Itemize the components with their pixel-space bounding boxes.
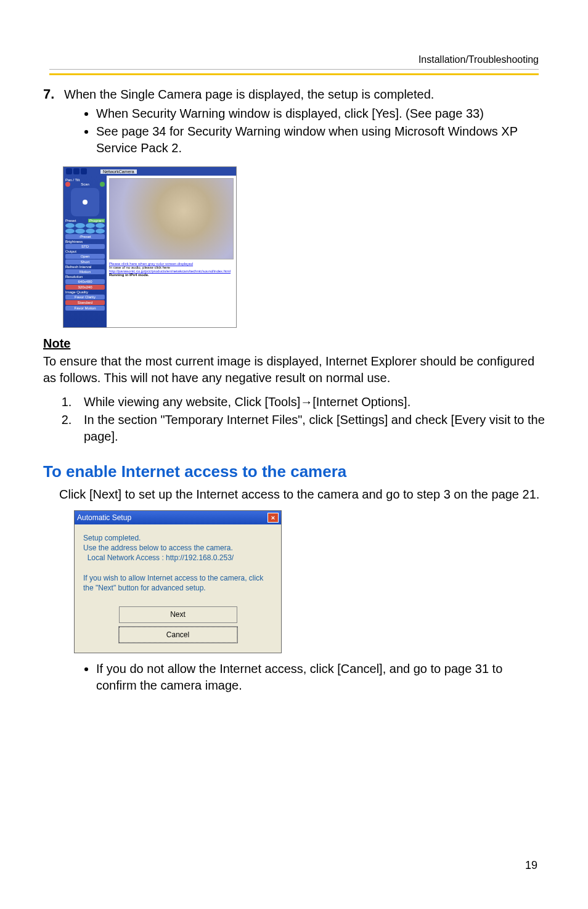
- audio-icon: [81, 168, 87, 174]
- motion-quality-button: Favor Motion: [65, 306, 105, 311]
- section-body: Click [Next] to set up the Internet acce…: [59, 486, 545, 503]
- note-body: To ensure that the most current image is…: [43, 353, 545, 386]
- camera-preview-image: [109, 178, 234, 259]
- std-button: STD: [65, 244, 105, 249]
- program-label: Program: [88, 219, 105, 222]
- short-button: Short: [65, 259, 105, 264]
- section-heading: To enable Internet access to the camera: [43, 462, 545, 481]
- step-bullet: When Security Warning window is displaye…: [96, 105, 545, 122]
- note-heading: Note: [43, 336, 545, 351]
- home-icon: [66, 168, 72, 174]
- header-breadcrumb: Installation/Troubleshooting: [419, 54, 539, 65]
- res-640: 640x480: [65, 279, 105, 284]
- close-icon[interactable]: ×: [267, 513, 279, 523]
- dialog-line: Local Network Access : http://192.168.0.…: [83, 553, 272, 563]
- cancel-button[interactable]: Cancel: [119, 627, 237, 643]
- preset-label: Preset: [65, 219, 87, 222]
- pan-tilt-control: [71, 188, 99, 216]
- refresh-label: Refresh Interval: [65, 265, 105, 269]
- single-camera-screenshot: NetworkCamera Pan / Tilt Scan Preset Pro…: [63, 166, 237, 328]
- output-label: Output: [65, 250, 105, 253]
- scan-left-icon: [65, 182, 70, 187]
- next-button[interactable]: Next: [119, 606, 237, 622]
- quality-label: Image Quality: [65, 290, 105, 294]
- open-button: Open: [65, 254, 105, 259]
- ipv4-mode-text: Running in IPv4 mode.: [109, 273, 149, 277]
- standard-button: Standard: [65, 300, 105, 305]
- step-bullet: See page 34 for Security Warning window …: [96, 123, 545, 157]
- post-dialog-bullet: If you do not allow the Internet access,…: [96, 661, 545, 694]
- header-rule: [49, 69, 539, 75]
- step-number: 7.: [43, 86, 64, 161]
- dialog-title: Automatic Setup: [77, 513, 131, 522]
- dialog-line: If you wish to allow Internet access to …: [83, 573, 272, 593]
- resolution-label: Resolution: [65, 275, 105, 279]
- res-320: 320x240: [65, 285, 105, 290]
- note-list-item: In the section "Temporary Internet Files…: [75, 412, 545, 445]
- brightness-label: Brightness: [65, 240, 105, 243]
- dialog-line: Setup completed.: [83, 533, 272, 543]
- scan-label: Scan: [81, 182, 89, 186]
- step-text: When the Single Camera page is displayed…: [64, 88, 434, 101]
- motion-select: Motion: [65, 269, 105, 274]
- screenshot-title: NetworkCamera: [100, 169, 137, 174]
- zoom-icon: [73, 168, 80, 174]
- dialog-line: Use the address below to access the came…: [83, 543, 272, 553]
- clarity-button: Favor Clarity: [65, 295, 105, 300]
- automatic-setup-dialog: Automatic Setup × Setup completed. Use t…: [74, 510, 282, 653]
- preset-select: -Preset: [65, 234, 105, 239]
- note-list-item: While viewing any website, Click [Tools]…: [75, 394, 545, 410]
- scan-right-icon: [100, 182, 105, 187]
- page-number: 19: [525, 859, 537, 872]
